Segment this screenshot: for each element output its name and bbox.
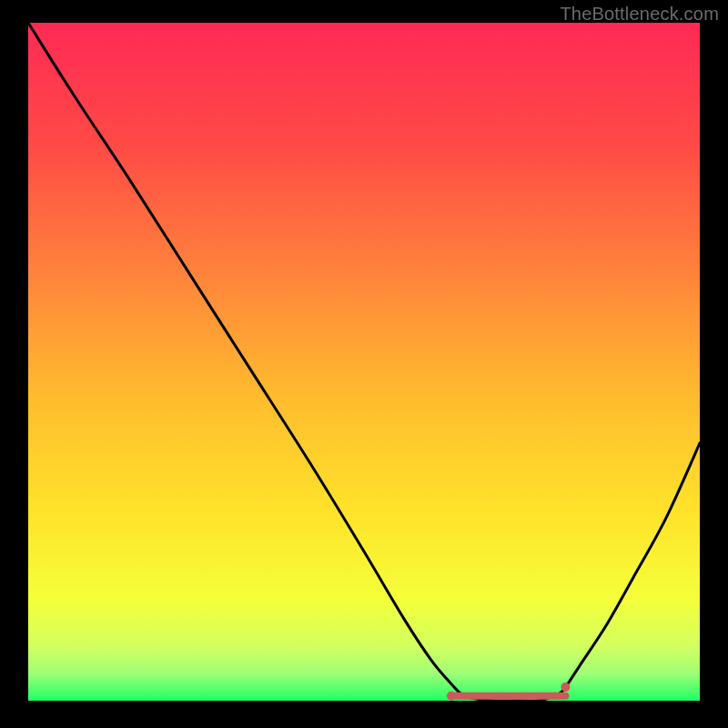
plot-frame bbox=[28, 23, 700, 701]
svg-point-3 bbox=[561, 682, 570, 692]
svg-point-2 bbox=[447, 692, 456, 701]
chart-svg bbox=[28, 23, 700, 701]
flat-optimal-region bbox=[447, 682, 570, 701]
watermark-text: TheBottleneck.com bbox=[560, 4, 719, 25]
bottleneck-curve bbox=[28, 23, 700, 701]
plot-area bbox=[28, 23, 700, 701]
